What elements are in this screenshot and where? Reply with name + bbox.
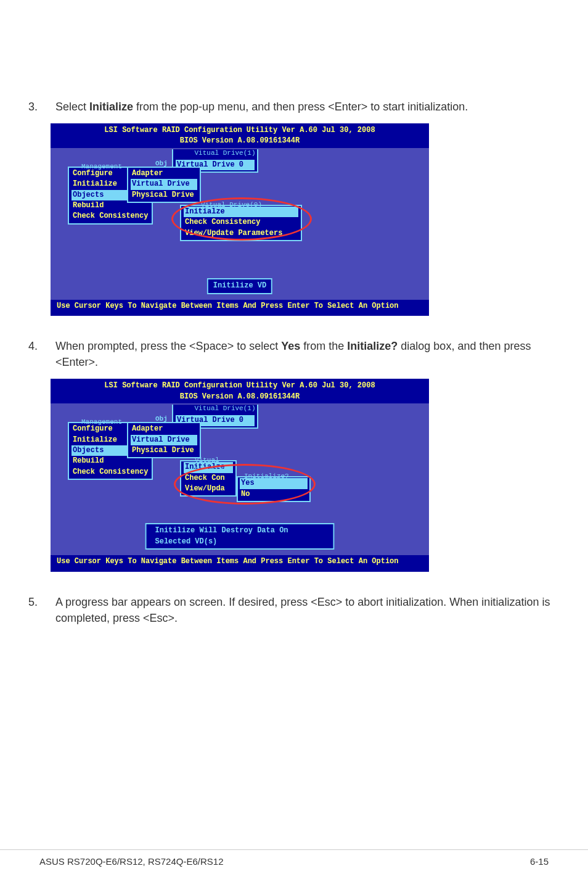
bios-subheader-1: BIOS Version A.08.09161344R	[51, 136, 429, 147]
confirm-no[interactable]: No	[240, 489, 308, 500]
bios-footer-1: Use Cursor Keys To Navigate Between Item…	[51, 299, 429, 313]
step-4-number: 4.	[25, 338, 55, 370]
vd0-panel-1: Vitual Drive(0) Initialze Check Consiste…	[180, 205, 302, 241]
step-4-text-b: from the	[300, 340, 347, 352]
vd0-item-check-1[interactable]: Check Consistency	[184, 217, 298, 228]
mgmt-title-1: Management	[80, 162, 123, 172]
objs-item-vd-2[interactable]: Virtual Drive	[131, 435, 197, 445]
init-vd-button-2[interactable]: Initilize Will Destroy Data On Selected …	[145, 523, 335, 550]
vd1-title-2: Vitual Drive(1)	[186, 404, 264, 414]
mgmt-item-check-1[interactable]: Check Consistency	[71, 211, 149, 221]
step-3-text: Select Initialize from the pop-up menu, …	[55, 99, 563, 115]
vd0-title-1: Vitual Drive(0)	[200, 200, 263, 210]
objs-panel-1: Adapter Virtual Drive Physical Drive	[127, 167, 201, 203]
step-5: 5. A progress bar appears on screen. If …	[25, 594, 563, 626]
bios-header-1: LSI Software RAID Configuration Utility …	[51, 123, 429, 136]
confirm-title: Initialize?	[243, 472, 290, 482]
step-3-number: 3.	[25, 99, 55, 115]
objs-item-adapter-1[interactable]: Adapter	[131, 168, 197, 179]
objs-panel-2: Adapter Virtual Drive Physical Drive	[127, 422, 201, 458]
bios-body-2: Obj Vitual Drive(1) Virtual Drive 0 Mana…	[51, 403, 429, 555]
mgmt-title-2: Management	[80, 418, 123, 427]
objs-item-vd-1[interactable]: Virtual Drive	[131, 179, 197, 189]
step-3: 3. Select Initialize from the pop-up men…	[25, 99, 563, 115]
step-4-text-a: When prompted, press the <Space> to sele…	[55, 340, 281, 352]
bios-footer-2: Use Cursor Keys To Navigate Between Item…	[51, 555, 429, 569]
vd0-panel-2: Vitual Drive(0) Initialze Check Con View…	[180, 460, 237, 497]
step-3-bold-a: Initialize	[89, 101, 133, 113]
step-3-text-b: from the pop-up menu, and then press <En…	[133, 101, 468, 113]
step-3-text-a: Select	[55, 101, 89, 113]
step-5-text: A progress bar appears on screen. If des…	[55, 594, 563, 626]
confirm-panel: Initialize? Yes No	[237, 476, 311, 502]
bios-header-2: LSI Software RAID Configuration Utility …	[51, 379, 429, 391]
bios-screenshot-1: LSI Software RAID Configuration Utility …	[51, 123, 563, 316]
bios-window-2: LSI Software RAID Configuration Utility …	[51, 379, 429, 571]
step-4: 4. When prompted, press the <Space> to s…	[25, 338, 563, 370]
bios-screenshot-2: LSI Software RAID Configuration Utility …	[51, 379, 563, 571]
vd0-item-view-2[interactable]: View/Upda	[184, 484, 233, 494]
mgmt-item-check-2[interactable]: Check Consistency	[71, 467, 149, 477]
step-4-bold-a: Yes	[281, 340, 300, 352]
bios-body-1: Obj Vitual Drive(1) Virtual Drive 0 Mana…	[51, 148, 429, 299]
bios-window-1: LSI Software RAID Configuration Utility …	[51, 123, 429, 316]
step-4-bold-b: Initialize?	[347, 340, 398, 352]
objs-item-pd-1[interactable]: Physical Drive	[131, 190, 197, 200]
bios-subheader-2: BIOS Version A.08.09161344R	[51, 392, 429, 403]
vd0-title-2: Vitual Drive(0)	[194, 456, 235, 476]
step-4-text: When prompted, press the <Space> to sele…	[55, 338, 563, 370]
init-vd-button-1[interactable]: Initilize VD	[207, 278, 272, 294]
vd0-item-view-1[interactable]: View/Update Parameters	[184, 228, 298, 239]
objs-item-adapter-2[interactable]: Adapter	[131, 424, 197, 434]
objs-item-pd-2[interactable]: Physical Drive	[131, 445, 197, 456]
vd1-title-1: Vitual Drive(1)	[186, 149, 264, 159]
step-5-number: 5.	[25, 594, 55, 626]
